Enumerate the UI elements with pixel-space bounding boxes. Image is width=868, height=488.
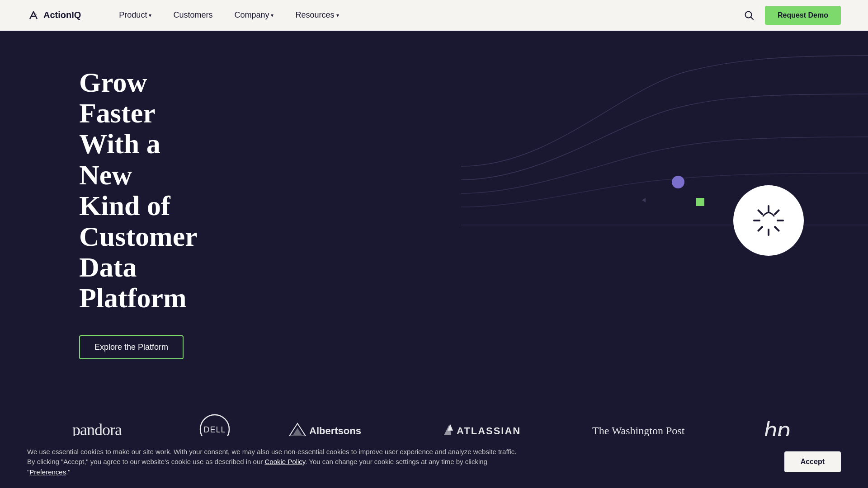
logo-icon [27,9,40,22]
hero-section: Grow Faster With a New Kind of Customer … [0,31,868,395]
nav-right: Request Demo [744,6,841,25]
search-icon [744,10,754,20]
cookie-banner: We use essential cookies to make our sit… [0,436,868,488]
nav-resources[interactable]: Resources ▾ [284,10,349,20]
chevron-down-icon: ▾ [149,12,151,19]
preferences-link[interactable]: Preferences [29,468,66,476]
hero-graphic [461,31,868,270]
cookie-policy-link[interactable]: Cookie Policy [264,458,305,465]
svg-rect-4 [696,198,704,206]
nav-customers[interactable]: Customers [162,10,223,20]
svg-marker-5 [642,198,646,202]
logo[interactable]: ActionIQ [27,9,81,22]
svg-point-3 [672,176,684,188]
svg-line-1 [750,17,753,19]
logo-text: ActionIQ [43,10,81,20]
svg-text:The Washington Post: The Washington Post [592,425,685,436]
svg-text:DELL: DELL [203,425,226,434]
nav-product[interactable]: Product ▾ [108,10,162,20]
chevron-down-icon: ▾ [336,12,339,19]
svg-point-6 [733,185,804,256]
nav-company[interactable]: Company ▾ [223,10,284,20]
explore-platform-button[interactable]: Explore the Platform [79,335,184,359]
nav-links: Product ▾ Customers Company ▾ Resources … [108,10,744,20]
accept-button[interactable]: Accept [784,451,841,472]
request-demo-button[interactable]: Request Demo [765,6,841,25]
hero-content: Grow Faster With a New Kind of Customer … [0,31,271,395]
svg-text:Albertsons: Albertsons [309,425,361,436]
svg-text:ATLASSIAN: ATLASSIAN [457,425,521,436]
main-nav: ActionIQ Product ▾ Customers Company ▾ R… [0,0,868,31]
hero-title: Grow Faster With a New Kind of Customer … [79,67,192,314]
cookie-text: We use essential cookies to make our sit… [27,447,524,478]
chevron-down-icon: ▾ [271,12,274,19]
search-button[interactable] [744,10,754,20]
